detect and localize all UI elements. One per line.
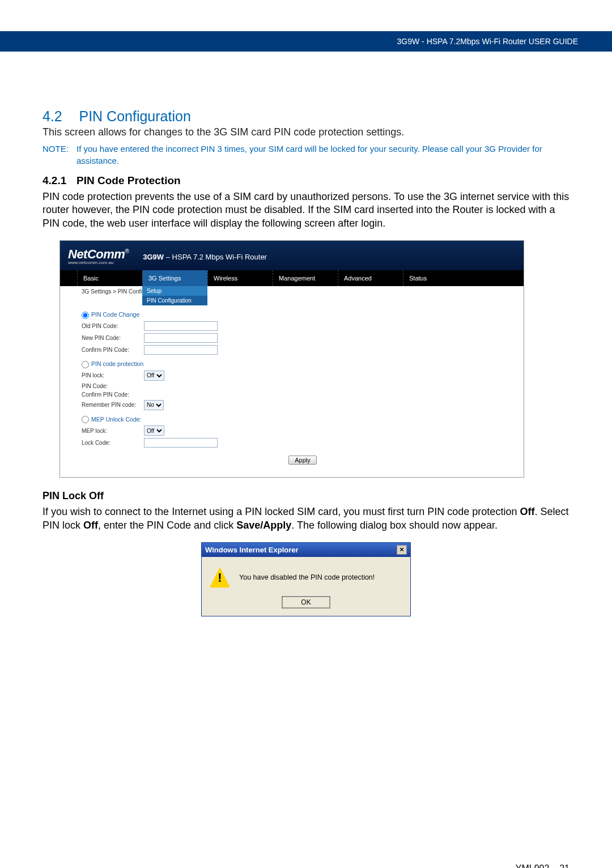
remember-pin-label: Remember PIN code: (82, 402, 144, 408)
radio-pin-change-input[interactable] (82, 312, 89, 319)
pin-lock-off-para: If you wish to connect to the Internet u… (42, 505, 570, 532)
radio-mep-unlock-input[interactable] (82, 416, 89, 423)
pin-lock-off-heading: PIN Lock Off (42, 490, 570, 502)
note: NOTE: If you have entered the incorrect … (42, 143, 570, 167)
router-admin-screenshot: NetComm® www.netcomm.com.au 3G9W – HSPA … (60, 240, 524, 478)
note-label: NOTE: (42, 143, 76, 167)
confirm-pin2-label: Confirm PIN Code: (82, 392, 144, 398)
lock-code-label: Lock Code: (82, 440, 144, 446)
subsection-heading: 4.2.1 PIN Code Protection (42, 175, 570, 187)
note-text: If you have entered the incorrect PIN 3 … (76, 143, 570, 167)
new-pin-input[interactable] (144, 333, 218, 343)
subsection-para: PIN code protection prevents the use of … (42, 190, 570, 230)
radio-pin-change[interactable]: PIN Code Change (82, 311, 524, 319)
old-pin-label: Old PIN Code: (82, 323, 144, 329)
router-body: PIN Code Change Old PIN Code: New PIN Co… (60, 299, 524, 477)
section-heading: 4.2 PIN Configuration (42, 108, 570, 125)
nav-advanced[interactable]: Advanced (338, 270, 403, 286)
confirm-pin-input[interactable] (144, 345, 218, 355)
confirm-pin-label: Confirm PIN Code: (82, 347, 144, 353)
radio-pin-protection[interactable]: PIN code protection (82, 360, 524, 368)
router-navbar: Basic 3G Settings Wireless Management Ad… (60, 270, 524, 286)
ie-dialog-title: Windows Internet Explorer (205, 546, 299, 554)
mep-lock-select[interactable]: Off (144, 426, 164, 436)
subnav-dropdown: Setup PIN Configuration (142, 286, 207, 305)
old-pin-input[interactable] (144, 321, 218, 331)
apply-button[interactable]: Apply (288, 456, 317, 465)
section-number: 4.2 (42, 108, 76, 125)
nav-basic[interactable]: Basic (77, 270, 142, 286)
subsection-title: PIN Code Protection (76, 175, 181, 187)
nav-3g-settings[interactable]: 3G Settings (142, 270, 207, 286)
router-topbar: NetComm® www.netcomm.com.au 3G9W – HSPA … (60, 241, 524, 270)
router-title: 3G9W – HSPA 7.2 Mbps Wi-Fi Router (143, 253, 267, 261)
section-title: PIN Configuration (79, 108, 190, 124)
new-pin-label: New PIN Code: (82, 335, 144, 341)
pin-lock-select[interactable]: Off (144, 371, 164, 381)
subsection-number: 4.2.1 (42, 175, 76, 187)
netcomm-logo: NetComm® www.netcomm.com.au (68, 247, 129, 265)
section-intro: This screen allows for changes to the 3G… (42, 126, 570, 139)
breadcrumb: 3G Settings > PIN Configuration (60, 286, 524, 295)
radio-pin-protection-input[interactable] (82, 361, 89, 368)
remember-pin-select[interactable]: No (144, 400, 164, 410)
router-subnav: 3G Settings > PIN Configuration Setup PI… (60, 286, 524, 299)
ie-dialog-message: You have disabled the PIN code protectio… (239, 573, 375, 581)
radio-mep-unlock[interactable]: MEP Unlock Code: (82, 416, 524, 424)
subnav-pin-config[interactable]: PIN Configuration (142, 296, 207, 305)
nav-status[interactable]: Status (403, 270, 468, 286)
page-header: 3G9W - HSPA 7.2Mbps Wi-Fi Router USER GU… (0, 31, 612, 52)
pin-code-label: PIN Code: (82, 383, 144, 389)
ok-button[interactable]: OK (282, 597, 329, 608)
lock-code-input[interactable] (144, 438, 218, 448)
subnav-setup[interactable]: Setup (142, 286, 207, 296)
ie-dialog: Windows Internet Explorer × You have dis… (201, 542, 411, 616)
warning-icon (210, 567, 230, 588)
close-icon[interactable]: × (397, 545, 407, 555)
nav-management[interactable]: Management (273, 270, 338, 286)
pin-lock-label: PIN lock: (82, 372, 144, 378)
ie-dialog-titlebar: Windows Internet Explorer × (202, 543, 410, 557)
nav-wireless[interactable]: Wireless (207, 270, 273, 286)
mep-lock-label: MEP lock: (82, 428, 144, 434)
page-footer: YML902 – 21 (516, 863, 570, 868)
